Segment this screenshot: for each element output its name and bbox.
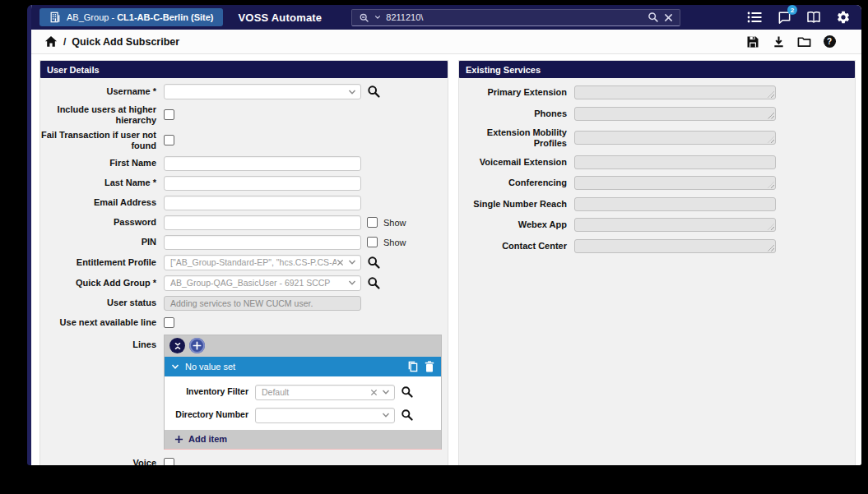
chevron-down-icon[interactable] xyxy=(348,88,356,96)
line-item-title: No value set xyxy=(185,362,402,372)
hierarchy-label: AB_Group - CL1-AB-C-Berlin (Site) xyxy=(67,12,213,22)
email-row: Email Address xyxy=(40,196,441,210)
add-item-button[interactable]: Add item xyxy=(165,430,441,449)
include-users-checkbox[interactable] xyxy=(164,109,174,120)
primary-extension-row: Primary Extension xyxy=(459,85,848,99)
use-next-line-label: Use next available line xyxy=(40,317,164,328)
use-next-line-checkbox[interactable] xyxy=(164,317,174,328)
use-next-line-row: Use next available line xyxy=(40,316,441,330)
search-scope-chevron-icon[interactable] xyxy=(374,14,381,21)
breadcrumb-separator: / xyxy=(63,36,66,48)
entitlement-profile-combobox[interactable]: ["AB_Group-Standard-EP", "hcs.CS-P.CS-AB… xyxy=(164,255,361,270)
clear-icon[interactable] xyxy=(370,389,378,396)
settings-gear-icon[interactable] xyxy=(835,9,852,25)
webex-app-row: Webex App xyxy=(459,218,848,232)
email-input[interactable] xyxy=(164,196,361,210)
first-name-input[interactable] xyxy=(164,156,361,171)
webex-app-value xyxy=(574,218,776,232)
directory-number-search-icon[interactable] xyxy=(401,409,414,422)
password-show-label: Show xyxy=(383,218,406,228)
directory-number-label: Directory Number xyxy=(165,410,255,420)
contact-center-label: Contact Center xyxy=(459,241,574,252)
pin-row: PIN Show xyxy=(40,235,441,250)
save-icon[interactable] xyxy=(745,35,760,49)
building-icon xyxy=(49,12,61,23)
single-number-reach-label: Single Number Reach xyxy=(459,199,574,210)
resize-grip-icon xyxy=(768,182,774,188)
username-row: Username * xyxy=(40,84,441,99)
page-content: User Details Username * I xyxy=(31,54,861,465)
chevron-down-icon[interactable] xyxy=(348,279,356,287)
existing-services-header: Existing Services xyxy=(459,61,855,78)
fail-transaction-checkbox[interactable] xyxy=(164,135,174,145)
add-line-button[interactable] xyxy=(189,338,205,353)
password-label: Password xyxy=(40,217,164,228)
notifications-badge: 2 xyxy=(787,5,797,15)
primary-extension-label: Primary Extension xyxy=(459,87,574,98)
search-input[interactable] xyxy=(386,12,643,22)
lines-row: Lines xyxy=(40,335,441,450)
last-name-input[interactable] xyxy=(164,176,361,191)
resize-grip-icon xyxy=(768,113,774,119)
phones-row: Phones xyxy=(459,107,848,121)
webex-app-label: Webex App xyxy=(459,219,574,230)
inventory-filter-combobox[interactable]: Default xyxy=(255,385,395,400)
last-name-label: Last Name * xyxy=(40,178,164,188)
transaction-list-icon[interactable] xyxy=(746,9,763,25)
password-show-checkbox[interactable] xyxy=(367,217,378,228)
chevron-down-icon[interactable] xyxy=(348,258,356,266)
fail-transaction-label: Fail Transaction if user not found xyxy=(40,130,164,150)
breadcrumb-toolbar: / Quick Add Subscriber ? xyxy=(31,30,861,54)
hierarchy-selector[interactable]: AB_Group - CL1-AB-C-Berlin (Site) xyxy=(39,8,223,26)
chevron-down-icon[interactable] xyxy=(382,388,390,396)
voice-checkbox[interactable] xyxy=(164,458,174,465)
phones-value xyxy=(574,107,776,121)
first-name-label: First Name xyxy=(40,158,164,169)
username-combobox[interactable] xyxy=(164,84,361,99)
collapse-icon xyxy=(173,341,183,351)
pin-show-checkbox[interactable] xyxy=(367,237,378,247)
username-search-icon[interactable] xyxy=(367,85,381,99)
topbar-icon-group: 2 xyxy=(746,9,852,25)
line-item-header[interactable]: No value set xyxy=(165,357,441,376)
quick-add-group-search-icon[interactable] xyxy=(367,276,381,290)
voicemail-extension-label: Voicemail Extension xyxy=(459,157,574,168)
resize-grip-icon xyxy=(768,224,774,230)
home-icon[interactable] xyxy=(44,35,58,48)
fail-transaction-row: Fail Transaction if user not found xyxy=(40,130,441,150)
copy-line-icon[interactable] xyxy=(407,361,418,372)
search-clear-icon[interactable] xyxy=(664,13,673,22)
pin-input[interactable] xyxy=(164,235,361,250)
quick-add-group-combobox[interactable]: AB_Group-QAG_BasicUser - 6921 SCCP xyxy=(164,275,361,291)
search-scope-icon[interactable] xyxy=(359,12,369,23)
collapse-all-button[interactable] xyxy=(169,338,185,353)
entitlement-profile-search-icon[interactable] xyxy=(367,256,381,270)
export-download-icon[interactable] xyxy=(771,35,786,49)
directory-number-row: Directory Number xyxy=(165,408,441,423)
delete-line-icon[interactable] xyxy=(425,361,434,372)
extension-mobility-profiles-value xyxy=(574,131,776,145)
include-users-row: Include users at higher hierarchy xyxy=(40,104,441,125)
last-name-row: Last Name * xyxy=(40,176,441,191)
contact-center-value xyxy=(574,239,776,253)
add-item-label: Add item xyxy=(188,434,227,444)
inventory-filter-search-icon[interactable] xyxy=(401,386,414,399)
documentation-icon[interactable] xyxy=(805,9,822,25)
directory-number-combobox[interactable] xyxy=(255,408,395,423)
resize-grip-icon xyxy=(768,136,774,143)
notifications-icon[interactable]: 2 xyxy=(776,9,792,25)
clear-icon[interactable] xyxy=(337,259,344,266)
help-icon[interactable]: ? xyxy=(822,35,837,49)
app-window: AB_Group - CL1-AB-C-Berlin (Site) VOSS A… xyxy=(27,5,861,465)
voicemail-extension-row: Voicemail Extension xyxy=(459,155,848,169)
include-users-label: Include users at higher hierarchy xyxy=(40,104,164,125)
password-input[interactable] xyxy=(164,215,361,230)
primary-extension-value xyxy=(574,85,776,99)
quick-add-group-row: Quick Add Group * AB_Group-QAG_BasicUser… xyxy=(40,275,441,291)
search-submit-icon[interactable] xyxy=(648,12,659,23)
clone-folder-icon[interactable] xyxy=(796,35,811,49)
chevron-down-icon[interactable] xyxy=(382,411,390,419)
resize-grip-icon xyxy=(768,245,774,252)
voice-row: Voice xyxy=(40,456,441,465)
phones-label: Phones xyxy=(459,108,574,119)
